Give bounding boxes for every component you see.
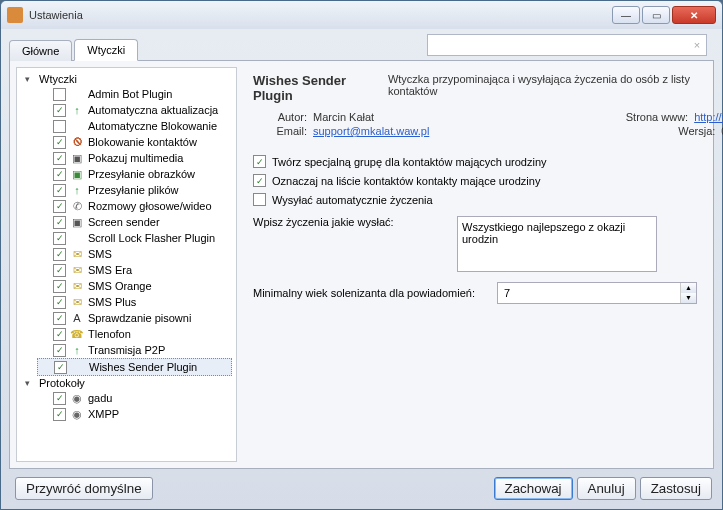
tree-item-label: Blokowanie kontaktów [88, 136, 197, 148]
tree-item[interactable]: ✓▣Pokazuj multimedia [37, 150, 232, 166]
tree-item[interactable]: ✓Scroll Lock Flasher Plugin [37, 230, 232, 246]
clear-search-icon[interactable]: × [688, 39, 706, 51]
checkbox-icon[interactable] [53, 120, 66, 133]
tree-item[interactable]: ✓✉SMS Plus [37, 294, 232, 310]
tree-item-label: Admin Bot Plugin [88, 88, 172, 100]
tree-group[interactable]: ▾Protokoły [23, 376, 232, 390]
checkbox-icon[interactable] [253, 193, 266, 206]
tree-item-label: XMPP [88, 408, 119, 420]
plugin-icon: ✆ [70, 199, 84, 213]
window-title: Ustawienia [29, 9, 612, 21]
spinner-down-icon[interactable]: ▼ [681, 293, 696, 303]
plugin-icon: ◉ [70, 391, 84, 405]
tree-item-label: SMS Orange [88, 280, 152, 292]
tree-item[interactable]: ✓✉SMS [37, 246, 232, 262]
checkbox-icon[interactable]: ✓ [253, 174, 266, 187]
tree-item[interactable]: ✓🛇Blokowanie kontaktów [37, 134, 232, 150]
tree-item-label: Automatyczna aktualizacja [88, 104, 218, 116]
option-auto-send[interactable]: Wysyłać automatycznie życzenia [253, 193, 697, 206]
tree-item-label: gadu [88, 392, 112, 404]
plugin-icon: ▣ [70, 167, 84, 181]
plugin-icon [70, 119, 84, 133]
option-mark-contacts[interactable]: ✓ Oznaczaj na liście kontaktów kontakty … [253, 174, 697, 187]
tree-item[interactable]: Admin Bot Plugin [37, 86, 232, 102]
email-label: Email: [253, 125, 313, 137]
tree-item[interactable]: ✓☎Tlenofon [37, 326, 232, 342]
checkbox-icon[interactable]: ✓ [53, 312, 66, 325]
app-icon [7, 7, 23, 23]
tree-item[interactable]: ✓Wishes Sender Plugin [37, 358, 232, 376]
search-box[interactable]: × [427, 34, 707, 56]
plugin-icon: ✉ [70, 263, 84, 277]
checkbox-icon[interactable]: ✓ [53, 104, 66, 117]
checkbox-icon[interactable]: ✓ [53, 392, 66, 405]
tree-item[interactable]: ✓▣Screen sender [37, 214, 232, 230]
plugin-icon: ☎ [70, 327, 84, 341]
tree-item[interactable]: ✓↑Automatyczna aktualizacja [37, 102, 232, 118]
tree-group[interactable]: ▾Wtyczki [23, 72, 232, 86]
tree-item[interactable]: ✓▣Przesyłanie obrazków [37, 166, 232, 182]
checkbox-icon[interactable] [53, 88, 66, 101]
apply-button[interactable]: Zastosuj [640, 477, 712, 500]
plugin-icon: ▣ [70, 215, 84, 229]
plugin-icon [70, 87, 84, 101]
save-button[interactable]: Zachowaj [494, 477, 573, 500]
author-label: Autor: [253, 111, 313, 123]
checkbox-icon[interactable]: ✓ [53, 232, 66, 245]
plugin-icon: ◉ [70, 407, 84, 421]
tab-main[interactable]: Główne [9, 40, 72, 61]
expander-icon[interactable]: ▾ [25, 378, 35, 388]
email-link[interactable]: support@mkalat.waw.pl [313, 125, 429, 137]
option-create-group[interactable]: ✓ Twórz specjalną grupę dla kontaktów ma… [253, 155, 697, 168]
close-button[interactable]: ✕ [672, 6, 716, 24]
plugin-icon: ✉ [70, 279, 84, 293]
checkbox-icon[interactable]: ✓ [253, 155, 266, 168]
expander-icon[interactable]: ▾ [25, 74, 35, 84]
plugin-tree[interactable]: ▾WtyczkiAdmin Bot Plugin✓↑Automatyczna a… [16, 67, 237, 462]
checkbox-icon[interactable]: ✓ [53, 152, 66, 165]
tree-item[interactable]: ✓ASprawdzanie pisowni [37, 310, 232, 326]
checkbox-icon[interactable]: ✓ [53, 344, 66, 357]
checkbox-icon[interactable]: ✓ [53, 328, 66, 341]
tree-item[interactable]: ✓◉XMPP [37, 406, 232, 422]
plugin-icon: ↑ [70, 103, 84, 117]
titlebar[interactable]: Ustawienia — ▭ ✕ [1, 1, 722, 29]
tree-item[interactable]: ✓↑Transmisja P2P [37, 342, 232, 358]
tree-item[interactable]: ✓✉SMS Orange [37, 278, 232, 294]
checkbox-icon[interactable]: ✓ [53, 200, 66, 213]
tree-item[interactable]: ✓↑Przesyłanie plików [37, 182, 232, 198]
checkbox-icon[interactable]: ✓ [53, 296, 66, 309]
checkbox-icon[interactable]: ✓ [53, 248, 66, 261]
site-link[interactable]: http://www.mkalat.waw.pl [694, 111, 723, 123]
tree-item[interactable]: ✓✉SMS Era [37, 262, 232, 278]
cancel-button[interactable]: Anuluj [577, 477, 636, 500]
tree-item-label: Tlenofon [88, 328, 131, 340]
checkbox-icon[interactable]: ✓ [53, 216, 66, 229]
checkbox-icon[interactable]: ✓ [53, 264, 66, 277]
settings-window: Ustawienia — ▭ ✕ Główne Wtyczki × ▾Wtycz… [0, 0, 723, 510]
checkbox-icon[interactable]: ✓ [53, 280, 66, 293]
tree-item[interactable]: Automatyczne Blokowanie [37, 118, 232, 134]
tab-plugins[interactable]: Wtyczki [74, 39, 138, 61]
spinner-up-icon[interactable]: ▲ [681, 283, 696, 293]
checkbox-icon[interactable]: ✓ [53, 136, 66, 149]
minimize-button[interactable]: — [612, 6, 640, 24]
plugin-icon: ✉ [70, 247, 84, 261]
restore-defaults-button[interactable]: Przywróć domyślne [15, 477, 153, 500]
plugin-icon: A [70, 311, 84, 325]
minage-label: Minimalny wiek solenizanta dla powiadomi… [253, 287, 483, 299]
tree-item[interactable]: ✓✆Rozmowy głosowe/wideo [37, 198, 232, 214]
search-input[interactable] [428, 39, 688, 51]
tree-item[interactable]: ✓◉gadu [37, 390, 232, 406]
minage-spinner[interactable]: ▲ ▼ [497, 282, 697, 304]
checkbox-icon[interactable]: ✓ [53, 168, 66, 181]
checkbox-icon[interactable]: ✓ [54, 361, 67, 374]
checkbox-icon[interactable]: ✓ [53, 184, 66, 197]
maximize-button[interactable]: ▭ [642, 6, 670, 24]
wishes-label: Wpisz życzenia jakie wysłać: [253, 216, 443, 228]
tree-item-label: Przesyłanie obrazków [88, 168, 195, 180]
plugin-icon [70, 231, 84, 245]
wishes-textarea[interactable] [457, 216, 657, 272]
checkbox-icon[interactable]: ✓ [53, 408, 66, 421]
minage-input[interactable] [498, 287, 680, 299]
